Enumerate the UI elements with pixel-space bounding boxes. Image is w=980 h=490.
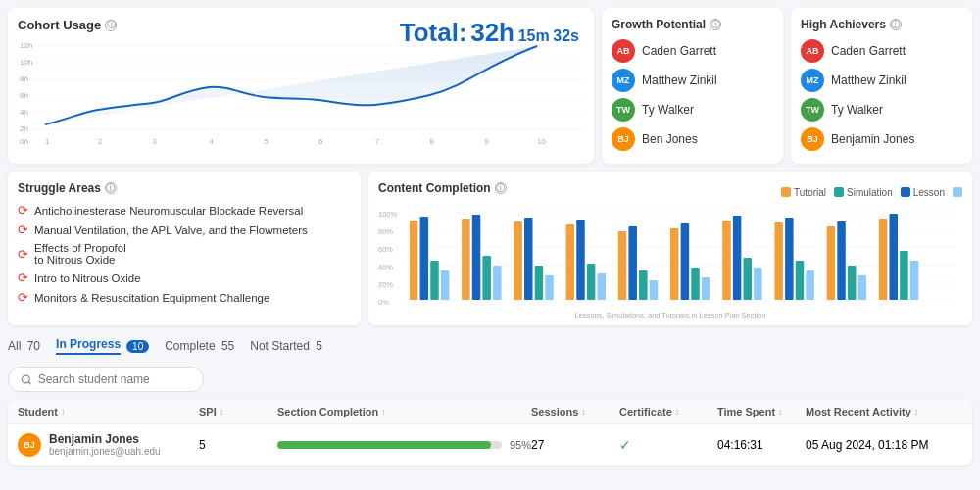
sort-sessions-icon[interactable]: ↕	[581, 407, 586, 416]
svg-text:8h: 8h	[20, 74, 28, 83]
avatar-ty-g1: TW	[612, 98, 635, 122]
svg-text:4: 4	[209, 137, 214, 146]
sort-cert-icon[interactable]: ↕	[675, 407, 680, 416]
svg-rect-58	[702, 277, 710, 300]
struggle-text-2: Manual Ventilation, the APL Valve, and t…	[34, 224, 308, 236]
search-icon	[21, 373, 32, 386]
growth-person-1: AB Caden Garrett	[612, 39, 773, 63]
svg-text:40%: 40%	[378, 263, 393, 271]
svg-rect-72	[890, 214, 899, 300]
growth-name-3: Ty Walker	[642, 103, 694, 117]
search-bar[interactable]	[8, 367, 204, 392]
achievers-info-icon[interactable]: ⓘ	[890, 19, 902, 30]
content-info-icon[interactable]: ⓘ	[495, 182, 507, 194]
sort-time-icon[interactable]: ↕	[778, 407, 783, 416]
achiever-name-3: Ty Walker	[831, 103, 883, 117]
svg-text:100%: 100%	[378, 210, 398, 219]
th-certificate: Certificate ↕	[619, 406, 717, 417]
th-sessions: Sessions ↕	[531, 406, 619, 417]
struggle-item-4: ⟳ Intro to Nitrous Oxide	[18, 270, 351, 285]
svg-rect-57	[691, 268, 700, 300]
sort-activity-icon[interactable]: ↕	[914, 407, 919, 416]
svg-rect-38	[441, 270, 450, 300]
svg-text:3: 3	[153, 137, 158, 146]
svg-text:80%: 80%	[378, 227, 393, 236]
avatar-caden-g1: AB	[612, 39, 635, 63]
svg-rect-37	[430, 261, 439, 300]
struggle-icon-4: ⟳	[18, 270, 28, 285]
svg-rect-65	[796, 261, 805, 300]
svg-text:Lessons, Simulations, and Tuto: Lessons, Simulations, and Tutorials in L…	[575, 311, 766, 319]
bottom-section: All 70 In Progress 10 Complete 55 Not St…	[0, 333, 980, 466]
achiever-name-2: Matthew Zinkil	[831, 74, 906, 87]
progress-pct: 95%	[510, 439, 531, 451]
svg-rect-51	[618, 231, 627, 300]
tab-not-started[interactable]: Not Started 5	[250, 339, 322, 353]
svg-rect-50	[598, 273, 607, 300]
activity-cell: 05 Aug 2024, 01:18 PM	[806, 438, 962, 452]
svg-rect-46	[545, 275, 554, 300]
sort-spi-icon[interactable]: ↕	[220, 407, 224, 416]
struggle-item-1: ⟳ Anticholinesterase Neuromuscular Block…	[18, 203, 351, 218]
bar-chart-svg: 100% 80% 60% 40% 20% 0%	[378, 207, 962, 319]
svg-rect-35	[410, 220, 418, 300]
achiever-name-1: Caden Garrett	[831, 44, 906, 58]
high-achievers-panel: High Achievers ⓘ AB Caden Garrett MZ Mat…	[791, 8, 972, 164]
growth-potential-title: Growth Potential ⓘ	[612, 18, 773, 31]
svg-rect-64	[785, 218, 794, 300]
svg-text:0%: 0%	[378, 298, 389, 307]
svg-text:10: 10	[537, 137, 546, 146]
legend-simulation: Simulation	[834, 187, 893, 198]
time-cell: 04:16:31	[717, 438, 806, 452]
struggle-item-5: ⟳ Monitors & Resuscitation Equipment Cha…	[18, 290, 351, 305]
struggle-info-icon[interactable]: ⓘ	[105, 182, 117, 194]
achiever-person-3: TW Ty Walker	[801, 98, 962, 122]
achiever-person-4: BJ Benjamin Jones	[801, 127, 962, 151]
achiever-name-4: Benjamin Jones	[831, 132, 914, 146]
growth-name-1: Caden Garrett	[642, 44, 716, 58]
svg-rect-54	[650, 280, 659, 300]
struggle-icon-3: ⟳	[18, 247, 28, 262]
student-avatar: BJ	[18, 433, 41, 457]
tab-all[interactable]: All 70	[8, 339, 40, 353]
svg-rect-49	[587, 264, 596, 300]
search-input[interactable]	[38, 372, 191, 386]
svg-rect-61	[744, 258, 753, 300]
svg-rect-36	[420, 217, 429, 300]
svg-text:6h: 6h	[20, 91, 28, 100]
svg-rect-44	[524, 218, 533, 300]
svg-rect-62	[754, 268, 762, 300]
svg-rect-47	[566, 224, 575, 300]
student-cell: BJ Benjamin Jones benjamin.jones@uah.edu	[18, 432, 199, 457]
tab-complete[interactable]: Complete 55	[165, 339, 234, 353]
sort-student-icon[interactable]: ↕	[61, 407, 66, 416]
struggle-item-2: ⟳ Manual Ventilation, the APL Valve, and…	[18, 222, 351, 237]
bar-chart-container: 100% 80% 60% 40% 20% 0%	[378, 207, 962, 324]
progress-bar-bg	[277, 441, 502, 449]
svg-rect-40	[472, 215, 481, 300]
sort-section-icon[interactable]: ↕	[381, 407, 386, 416]
tab-in-progress[interactable]: In Progress 10	[56, 337, 149, 355]
high-achievers-title: High Achievers ⓘ	[801, 18, 962, 31]
legend-other	[953, 187, 962, 197]
student-name: Benjamin Jones	[49, 432, 161, 446]
achiever-person-2: MZ Matthew Zinkil	[801, 69, 962, 92]
svg-rect-59	[722, 220, 731, 300]
avatar-ben-g1: BJ	[612, 127, 635, 151]
svg-rect-39	[462, 219, 470, 300]
svg-line-77	[28, 381, 30, 383]
sessions-cell: 27	[531, 438, 619, 452]
th-section: Section Completion ↕	[277, 406, 531, 417]
growth-info-icon[interactable]: ⓘ	[710, 19, 721, 30]
section-cell: 95%	[277, 439, 531, 451]
student-email: benjamin.jones@uah.edu	[49, 446, 161, 457]
svg-rect-69	[848, 266, 857, 300]
cohort-chart: 12h 10h 8h 6h 4h 2h 0h 1 2 3 4 5 6 7 8 9…	[18, 36, 584, 154]
svg-rect-48	[576, 220, 585, 300]
cohort-info-icon[interactable]: ⓘ	[105, 20, 117, 31]
svg-rect-71	[879, 219, 888, 300]
svg-rect-67	[827, 226, 836, 300]
svg-rect-74	[910, 261, 919, 300]
table-row: BJ Benjamin Jones benjamin.jones@uah.edu…	[8, 424, 972, 466]
chart-legend: Tutorial Simulation Lesson	[781, 187, 962, 198]
